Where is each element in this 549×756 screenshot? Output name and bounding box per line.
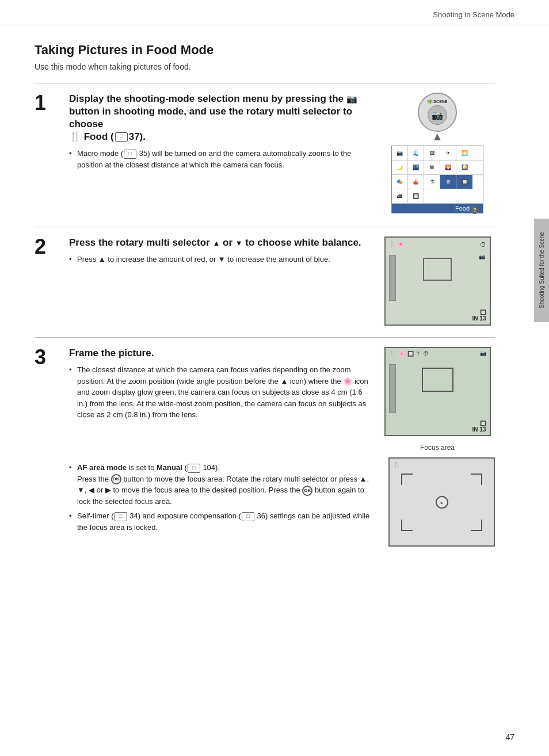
cam3-gear-icon: ⏱ [423, 350, 429, 357]
step-1-section: 1 Display the shooting-mode selection me… [35, 83, 495, 215]
step-3-bullet-3: Self-timer (□ 34) and exposure compensat… [69, 510, 379, 533]
selector-dots: ⊕ [440, 501, 443, 505]
step-1-content: Display the shooting-mode selection menu… [69, 93, 495, 215]
step-3-bullet-2: AF area mode is set to Manual (□ 104). P… [69, 462, 379, 507]
step-2-bullet-1: Press ▲ to increase the amount of red, o… [69, 254, 371, 265]
focus-area-label: Focus area [420, 444, 455, 452]
step-1-bullets: Macro mode (□ 35) will be turned on and … [69, 148, 371, 170]
step-1-number: 1 [35, 93, 58, 113]
cam3-left-icons: 🍴 🌸 🔲 ⊤ ⏱ [389, 350, 429, 357]
step-3-inner: Frame the picture. The closest distance … [69, 347, 495, 452]
menu-cell-2-1: 🌙 [392, 161, 408, 174]
cam-num: IN 13 [472, 315, 486, 322]
step-1-title-part2: button in shooting mode, and use the rot… [69, 106, 352, 129]
ok-button-ref-2: OK [302, 486, 312, 496]
step-2-content: Press the rotary multi selector ▲ or ▼ t… [69, 236, 495, 326]
step-2-title-text: Press the rotary multi selector [69, 237, 212, 248]
menu-cell-4-2: 🔲 [408, 189, 424, 203]
cam3-more-icon: 🔲 [407, 351, 414, 357]
header-title: Shooting in Scene Mode [433, 10, 514, 19]
cam3-num: IN 13 [472, 426, 486, 433]
side-tab-label: Shooting Suited for the Scene [539, 232, 545, 309]
step-3-af-image: 🍴 ⊕ [388, 457, 495, 547]
menu-grid-container: 📷 🌊 🖼 ✈ 🌅 🌙 🌃 🏛 [391, 146, 483, 215]
page: Shooting in Scene Mode Shooting Suited f… [0, 0, 549, 756]
cam3-left-bar [389, 364, 396, 413]
step-2-bullets: Press ▲ to increase the amount of red, o… [69, 254, 371, 265]
step-1-camera-controls: 🌿/SCENE 📷 ▲ [418, 93, 457, 132]
macro-icon: 🌸 [397, 241, 404, 247]
menu-cell-3-3: ⚗ [424, 175, 440, 189]
down-arrow: ▼ [235, 239, 243, 247]
step-3-content: Frame the picture. The closest distance … [69, 347, 495, 547]
up-arrow-indicator: ▲ [432, 130, 443, 143]
menu-cell-3-4: ⚙ [440, 175, 456, 189]
menu-cell-1-5: 🌅 [456, 146, 472, 160]
cam-right-icons: 📷 [479, 254, 485, 259]
camera-screen-3: 🍴 🌸 🔲 ⊤ ⏱ 📷 [384, 347, 491, 436]
menu-cell-4-1: 🏙 [392, 189, 408, 203]
food-icon-af: 🍴 [393, 461, 401, 468]
bracket-tl [401, 474, 413, 485]
menu-row-4: 🏙 🔲 [392, 189, 483, 204]
step-3-af-bullets: AF area mode is set to Manual (□ 104). P… [69, 462, 379, 533]
cam3-mode-icon: 🔲 [472, 421, 486, 426]
scene-button: 🌿/SCENE 📷 ▲ [418, 93, 457, 132]
menu-grid: 📷 🌊 🖼 ✈ 🌅 🌙 🌃 🏛 [391, 146, 483, 213]
cam-icon-row-2: 🍴 🌸 ⏱ [386, 238, 490, 249]
step-3-bullet-1: The closest distance at which the camera… [69, 364, 371, 421]
menu-cell-2-2: 🌃 [408, 161, 424, 174]
food-icon-cam: 🍴 [389, 240, 397, 248]
page-title: Taking Pictures in Food Mode [35, 43, 495, 58]
step-3-af-section: AF area mode is set to Manual (□ 104). P… [69, 457, 495, 547]
bracket-tr [471, 474, 482, 485]
step-1-images: 🌿/SCENE 📷 ▲ [380, 93, 495, 215]
step-1-text: Display the shooting-mode selection menu… [69, 93, 371, 174]
step-3-images: 🍴 🌸 🔲 ⊤ ⏱ 📷 [380, 347, 495, 452]
timer-icon: ⏱ [480, 241, 486, 248]
cam3-right-top: 📷 [480, 350, 486, 356]
step-2-number: 2 [35, 236, 58, 257]
step-1-title-part1: Display the shooting-mode selection menu… [69, 93, 346, 104]
or-text: or [220, 237, 235, 248]
step-2-title: Press the rotary multi selector ▲ or ▼ t… [69, 236, 371, 249]
menu-cell-3-5: 🔲 [456, 175, 472, 189]
step-1-ref: (□ 37). [110, 131, 146, 143]
cam-bottom-2: 🔲 IN 13 [472, 310, 486, 322]
step-2-images: 🍴 🌸 ⏱ 📷 🔲 [380, 236, 495, 326]
cam3-focus-bracket [422, 368, 453, 392]
food-icon-3: 🍴 [389, 350, 396, 357]
cam-mode-icon: 🔲 [472, 310, 486, 315]
to-text: to choose white balance. [243, 237, 361, 248]
bracket-bl [401, 520, 413, 531]
af-camera-screen: 🍴 ⊕ [388, 457, 495, 547]
scene-label: 🌿/SCENE [427, 100, 447, 104]
step-3-number: 3 [35, 347, 58, 368]
menu-row-3: 🎭 🎪 ⚗ ⚙ 🔲 [392, 175, 483, 189]
menu-cell-3-1: 🎭 [392, 175, 408, 189]
menu-cell-4-3 [424, 189, 456, 203]
page-subtitle: Use this mode when taking pictures of fo… [35, 62, 495, 71]
step-3-af-text: AF area mode is set to Manual (□ 104). P… [69, 457, 379, 547]
step-3-bullets: The closest distance at which the camera… [69, 364, 371, 421]
menu-cell-1-3: 🖼 [424, 146, 440, 160]
scene-button-container: 🌿/SCENE 📷 ▲ [418, 93, 457, 132]
step-1-title: Display the shooting-mode selection menu… [69, 93, 371, 143]
step-3-title: Frame the picture. [69, 347, 371, 360]
cam3-bracket-area [386, 357, 490, 403]
cam-right-icon-1: 📷 [479, 254, 485, 259]
menu-cell-3-2: 🎪 [408, 175, 424, 189]
af-bold: AF area mode [77, 463, 127, 472]
scene-inner-button: 📷 [428, 105, 447, 125]
menu-cell-1-4: ✈ [440, 146, 456, 160]
menu-row-1: 📷 🌊 🖼 ✈ 🌅 [392, 146, 483, 161]
cam3-timer-icon: ⊤ [416, 351, 421, 357]
step-2-text: Press the rotary multi selector ▲ or ▼ t… [69, 236, 371, 269]
cam-bracket-2 [386, 249, 490, 289]
step-3-section: 3 Frame the picture. The closest distanc… [35, 337, 495, 547]
cam-left-bar-2 [389, 255, 396, 301]
food-icon: 🍴 Food [69, 131, 108, 142]
cam3-bottom: 🔲 IN 13 [472, 421, 486, 433]
camera-body-icon: 📷 [432, 110, 443, 121]
macro-icon-3: 🌸 [398, 350, 405, 357]
